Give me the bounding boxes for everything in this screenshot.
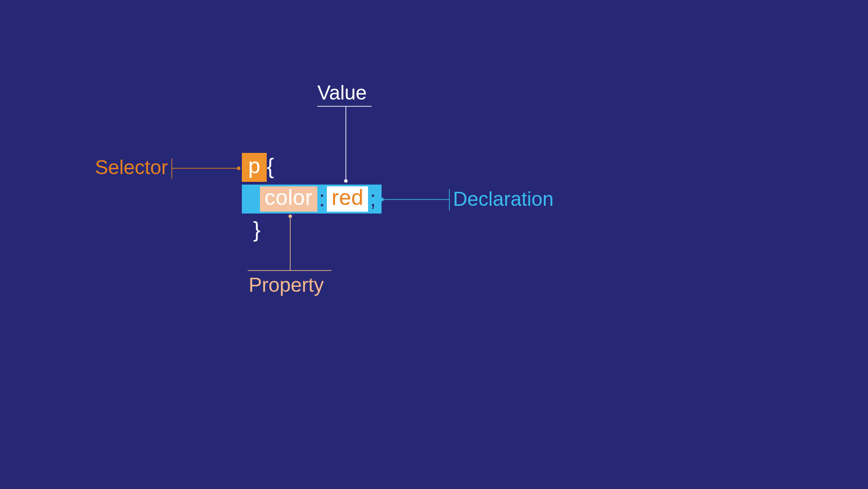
svg-point-11 xyxy=(289,215,292,218)
svg-point-5 xyxy=(237,167,240,170)
code-colon: : xyxy=(317,188,327,210)
svg-point-2 xyxy=(344,180,347,182)
diagram-stage: { "labels": { "value": "Value", "selecto… xyxy=(0,0,868,489)
code-declaration-line: color : red ; xyxy=(242,185,382,214)
label-declaration: Declaration xyxy=(453,188,554,210)
code-semicolon: ; xyxy=(368,188,376,210)
connector-declaration xyxy=(381,189,449,210)
label-selector: Selector xyxy=(95,156,168,179)
code-close-brace: } xyxy=(253,219,261,241)
code-value-box: red xyxy=(327,186,368,212)
connector-value xyxy=(317,106,372,182)
connector-selector xyxy=(172,158,240,179)
label-value: Value xyxy=(317,81,367,104)
code-selector-box: p xyxy=(242,153,267,182)
label-property: Property xyxy=(249,274,324,296)
code-open-brace: { xyxy=(267,156,274,177)
connector-lines xyxy=(0,0,868,489)
code-selector-text: p xyxy=(248,155,260,177)
code-property-box: color xyxy=(260,186,317,212)
